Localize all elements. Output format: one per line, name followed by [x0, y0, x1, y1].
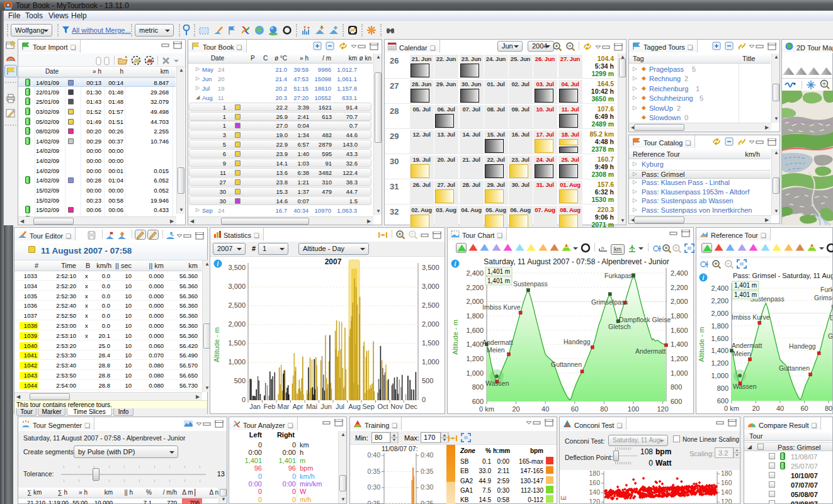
- svg-text:2,000: 2,000: [466, 298, 484, 305]
- svg-text:500: 500: [234, 377, 246, 384]
- svg-text:2,000: 2,000: [671, 298, 688, 305]
- svg-text:h: h: [601, 245, 604, 251]
- svg-text:1,200: 1,200: [466, 355, 484, 362]
- svg-text:Mar: Mar: [278, 403, 290, 410]
- svg-text:Imbiss Kurve: Imbiss Kurve: [482, 303, 521, 311]
- svg-text:Handegg: Handegg: [564, 338, 591, 345]
- svg-text:0:35: 0:35: [368, 468, 381, 475]
- svg-text:120: 120: [721, 498, 732, 503]
- svg-text:60: 60: [800, 405, 808, 412]
- svg-text:Meien: Meien: [733, 350, 751, 357]
- svg-text:180: 180: [721, 470, 732, 477]
- svg-text:2007: 2007: [325, 257, 342, 266]
- svg-text:1,200: 1,200: [711, 359, 728, 367]
- svg-text:Oct: Oct: [377, 403, 388, 410]
- svg-text:km: km: [614, 246, 621, 252]
- svg-text:1,401 m: 1,401 m: [734, 282, 757, 289]
- svg-text:0:35: 0:35: [421, 468, 434, 475]
- svg-text:0:25: 0:25: [421, 500, 434, 504]
- svg-text:2,000: 2,000: [711, 310, 728, 317]
- svg-text:600: 600: [472, 398, 484, 405]
- svg-text:800: 800: [717, 384, 728, 392]
- svg-text:Sustenpass: Sustenpass: [513, 280, 548, 288]
- svg-text:Jul: Jul: [336, 403, 344, 410]
- svg-text:180: 180: [589, 470, 600, 477]
- svg-text:Wassen: Wassen: [733, 383, 757, 390]
- svg-text:Altitude - m: Altitude - m: [213, 327, 220, 362]
- svg-text:1,000: 1,000: [671, 369, 688, 377]
- svg-text:80: 80: [600, 405, 608, 413]
- svg-text:160: 160: [721, 479, 732, 486]
- svg-text:1,800: 1,800: [671, 312, 688, 320]
- svg-text:0: 0: [242, 396, 246, 403]
- svg-text:1,800: 1,800: [711, 322, 728, 330]
- svg-text:Guttannen: Guttannen: [779, 364, 810, 372]
- svg-text:1,200: 1,200: [671, 355, 688, 362]
- svg-text:600: 600: [671, 398, 682, 405]
- svg-text:Nov: Nov: [390, 403, 403, 410]
- svg-text:D: D: [830, 314, 832, 322]
- svg-text:3,000: 3,000: [422, 283, 439, 290]
- svg-text:Handegg: Handegg: [789, 342, 816, 350]
- svg-text:3,000: 3,000: [228, 283, 246, 290]
- svg-text:2,200: 2,200: [711, 297, 728, 305]
- svg-text:60: 60: [571, 405, 579, 413]
- svg-text:Mai: Mai: [306, 403, 317, 410]
- svg-text:1,600: 1,600: [711, 335, 728, 342]
- svg-text:Apr: Apr: [292, 403, 303, 410]
- svg-text:1,401 m: 1,401 m: [487, 277, 510, 284]
- svg-text:1,400: 1,400: [671, 340, 688, 348]
- svg-text:Meien: Meien: [487, 346, 505, 354]
- svg-text:Grimse: Grimse: [814, 294, 832, 301]
- svg-text:2,400: 2,400: [711, 284, 728, 292]
- svg-text:2,000: 2,000: [422, 320, 439, 328]
- svg-text:Gl: Gl: [828, 332, 832, 340]
- svg-text:140: 140: [589, 488, 600, 496]
- svg-text:Gletsch: Gletsch: [608, 323, 631, 330]
- svg-text:Sep: Sep: [362, 403, 375, 410]
- svg-text:1,600: 1,600: [466, 327, 484, 334]
- svg-text:100: 100: [628, 405, 639, 413]
- svg-text:2,000: 2,000: [228, 320, 246, 328]
- svg-text:20: 20: [512, 405, 519, 413]
- svg-text:2,400: 2,400: [671, 269, 688, 277]
- svg-text:Aug: Aug: [348, 403, 361, 410]
- svg-text:Dec: Dec: [405, 403, 417, 410]
- svg-text:0 km: 0 km: [479, 405, 494, 413]
- svg-text:600: 600: [717, 397, 728, 405]
- svg-text:140: 140: [721, 488, 732, 496]
- svg-text:2,500: 2,500: [228, 301, 246, 309]
- svg-text:Furk: Furk: [820, 286, 832, 293]
- svg-text:120: 120: [657, 405, 668, 413]
- svg-text:0:30: 0:30: [368, 483, 381, 491]
- svg-text:20: 20: [752, 405, 759, 412]
- svg-text:Feb: Feb: [264, 403, 276, 410]
- svg-text:0:40: 0:40: [421, 451, 434, 459]
- svg-text:Saturday, 11 August 2007 - 07:: Saturday, 11 August 2007 - 07:58 - Alpen…: [484, 257, 669, 266]
- svg-text:Andermatt: Andermatt: [482, 339, 513, 346]
- svg-text:Andermatt: Andermatt: [732, 342, 762, 349]
- svg-text:2,400: 2,400: [466, 269, 484, 277]
- svg-text:Altitude - m: Altitude - m: [451, 320, 459, 355]
- svg-text:Pass: Grimsel - Saturday, 11 A: Pass: Grimsel - Saturday, 11 August 20: [733, 272, 832, 279]
- svg-text:1,500: 1,500: [422, 339, 439, 347]
- svg-text:1,500: 1,500: [228, 339, 246, 347]
- svg-text:1,000: 1,000: [422, 358, 439, 366]
- svg-text:0:25: 0:25: [368, 500, 381, 504]
- svg-text:40: 40: [541, 405, 549, 413]
- svg-text:Dampflock Gleise: Dampflock Gleise: [619, 316, 671, 323]
- svg-text:0:40: 0:40: [368, 451, 381, 459]
- svg-text:Jun: Jun: [320, 403, 332, 410]
- svg-text:Grimselpass: Grimselpass: [591, 298, 628, 306]
- svg-text:160: 160: [589, 479, 600, 486]
- svg-text:0: 0: [422, 396, 426, 403]
- svg-text:1,000: 1,000: [228, 358, 246, 366]
- svg-text:1,400: 1,400: [711, 347, 728, 354]
- svg-text:2,200: 2,200: [671, 284, 688, 291]
- svg-text:1,401 m: 1,401 m: [734, 291, 757, 298]
- svg-text:500: 500: [422, 377, 433, 384]
- svg-text:0 km: 0 km: [724, 405, 739, 412]
- svg-text:800: 800: [472, 383, 484, 391]
- svg-text:1,401 m: 1,401 m: [487, 268, 510, 275]
- svg-text:Imbiss Kurve: Imbiss Kurve: [732, 313, 770, 321]
